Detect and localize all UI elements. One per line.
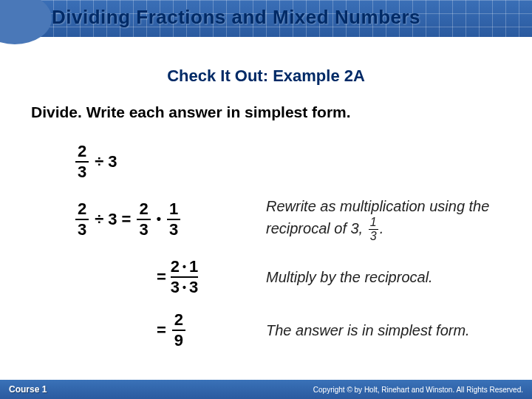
divisor: 3: [108, 210, 117, 229]
inline-fraction: 13: [369, 216, 378, 242]
page-title: Dividing Fractions and Mixed Numbers: [52, 6, 420, 29]
divisor: 3: [108, 152, 117, 171]
fraction: 2 3: [137, 201, 150, 238]
step3-row: = 2 9 The answer is in simplest form.: [74, 312, 532, 349]
divide-op: ÷: [95, 152, 103, 171]
fraction: 2 3: [75, 201, 89, 238]
equals-op: =: [122, 210, 132, 229]
problem-row: 2 3 ÷ 3: [74, 143, 532, 180]
course-label: Course 1: [9, 384, 47, 395]
multiply-dot: •: [157, 211, 161, 227]
fraction: 1 3: [167, 201, 180, 238]
divide-op: ÷: [95, 210, 103, 229]
step1-row: 2 3 ÷ 3 = 2 3 • 1 3 Rewrite as multiplic…: [74, 197, 532, 242]
answer-fraction: 2 9: [172, 312, 185, 349]
section-bubble: [0, 0, 52, 44]
step1-explain: Rewrite as multiplication using the reci…: [266, 197, 525, 242]
footer-bar: Course 1 Copyright © by Holt, Rinehart a…: [0, 380, 532, 399]
product-fraction: 2•1 3•3: [171, 259, 198, 296]
equals-op: =: [157, 321, 166, 340]
instruction-text: Divide. Write each answer in simplest fo…: [31, 103, 532, 121]
step3-explain: The answer is in simplest form.: [266, 321, 470, 341]
step2-row: = 2•1 3•3 Multiply by the reciprocal.: [74, 259, 532, 296]
worked-example: 2 3 ÷ 3 2 3 ÷ 3 = 2 3 • 1 3: [74, 143, 532, 349]
example-title: Check It Out: Example 2A: [0, 66, 532, 86]
equals-op: =: [157, 267, 166, 287]
copyright-text: Copyright © by Holt, Rinehart and Winsto…: [313, 386, 523, 394]
step2-explain: Multiply by the reciprocal.: [266, 267, 433, 287]
fraction: 2 3: [75, 143, 89, 180]
header-bar: Dividing Fractions and Mixed Numbers: [0, 0, 532, 37]
